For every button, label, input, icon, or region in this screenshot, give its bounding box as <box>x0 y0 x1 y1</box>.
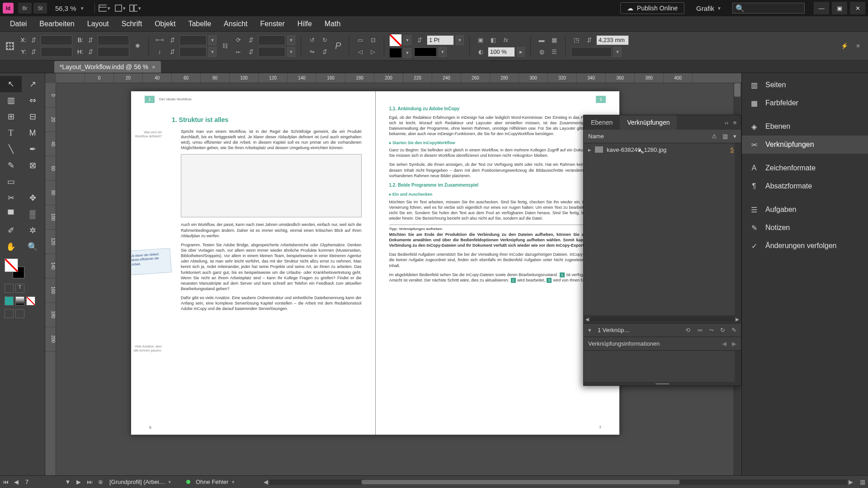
image-frame[interactable] <box>181 154 362 217</box>
chevron-down-icon[interactable]: ▾ <box>733 133 736 140</box>
panel-absatzformate[interactable]: ¶Absatzformate <box>742 177 868 195</box>
publish-online-button[interactable]: ☁Publish Online <box>620 2 684 14</box>
rectangle-frame-tool[interactable]: ⊠ <box>22 157 43 174</box>
menu-ansicht[interactable]: Ansicht <box>217 20 254 28</box>
corner-shape[interactable] <box>571 47 612 57</box>
quick-apply-icon[interactable]: ⚡ <box>839 41 850 51</box>
apply-none[interactable] <box>26 296 35 305</box>
constrain-proportions-icon[interactable]: ✱ <box>132 41 143 51</box>
auto-fit-icon[interactable]: ▣ <box>475 35 486 45</box>
prev-icon[interactable]: ◀ <box>722 340 726 347</box>
stepper-icon[interactable]: ⇵ <box>167 47 178 57</box>
panel-ebenen[interactable]: ◈Ebenen <box>742 117 868 136</box>
container-select-icon[interactable]: ▭ <box>355 35 366 45</box>
apply-gradient[interactable] <box>15 296 24 305</box>
shear-field[interactable] <box>258 47 285 57</box>
stroke-swatch[interactable] <box>390 48 401 57</box>
arrange-icon[interactable]: ▼ <box>129 3 142 14</box>
help-search[interactable]: 🔍 <box>732 3 805 14</box>
stepper-icon[interactable]: ⇵ <box>245 47 256 57</box>
stepper-icon[interactable]: ⇵ <box>28 35 39 45</box>
apply-color[interactable] <box>5 296 14 305</box>
color-theme-tool[interactable]: ✲ <box>22 222 43 239</box>
prev-object-icon[interactable]: ◁ <box>355 47 366 57</box>
x-field[interactable] <box>41 35 72 45</box>
text-formatting[interactable]: T <box>15 284 24 293</box>
stock-button[interactable]: St <box>33 3 47 14</box>
page-left[interactable]: 1Der ideale Workflow 1. Struktur ist all… <box>131 91 376 435</box>
minimize-button[interactable]: — <box>814 2 829 14</box>
gradient-feather-tool[interactable]: ▒ <box>22 206 43 222</box>
menu-hilfe[interactable]: Hilfe <box>291 20 318 28</box>
chevron-down-icon[interactable]: ▼ <box>208 35 217 45</box>
close-button[interactable]: ✕ <box>850 2 865 14</box>
stepper-icon[interactable]: ⇵ <box>167 35 178 45</box>
y-field[interactable] <box>41 47 72 57</box>
page-icon[interactable]: ▥ <box>722 133 728 140</box>
chevron-down-icon[interactable]: ▼ <box>456 35 464 45</box>
horizontal-scrollbar[interactable]: ◀▶ <box>584 315 741 323</box>
menu-fenster[interactable]: Fenster <box>254 20 291 28</box>
pen-tool[interactable]: ✒ <box>22 141 43 157</box>
warning-icon[interactable]: ⚠ <box>712 133 717 140</box>
page-spread[interactable]: 1Der ideale Workflow 1. Struktur ist all… <box>131 91 619 435</box>
horizontal-ruler[interactable]: 0204060801001201401601802002202402602803… <box>56 73 741 83</box>
next-object-icon[interactable]: ▷ <box>368 47 378 57</box>
vertical-scrollbar[interactable] <box>735 143 741 315</box>
content-placer-tool[interactable]: ⊟ <box>22 108 43 125</box>
tab-verknuepfungen[interactable]: Verknüpfungen <box>620 115 677 130</box>
collapse-icon[interactable]: ›› <box>725 119 729 126</box>
chevron-right-icon[interactable]: ▶ <box>517 47 525 57</box>
stepper-icon[interactable]: ⇵ <box>584 35 594 45</box>
wrap-none-icon[interactable]: ▬ <box>536 35 547 45</box>
panel-zeichenformate[interactable]: AZeichenformate <box>742 159 868 177</box>
container-formatting[interactable] <box>5 284 14 293</box>
panel-farbfelder[interactable]: ▦Farbfelder <box>742 94 868 112</box>
content-select-icon[interactable]: ⊡ <box>368 35 378 45</box>
menu-bearbeiten[interactable]: Bearbeiten <box>33 20 80 28</box>
stepper-icon[interactable]: ⇵ <box>85 47 96 57</box>
chevron-down-icon[interactable]: ▼ <box>439 47 447 57</box>
preflight-status[interactable]: Ohne Fehler▼ <box>183 479 259 485</box>
screen-mode-icon[interactable]: ▼ <box>114 3 127 14</box>
panel-menu-icon[interactable]: ≡ <box>733 119 736 126</box>
scale-x-field[interactable] <box>179 35 207 45</box>
scale-y-field[interactable] <box>179 47 207 57</box>
type-path-tool[interactable]: M <box>22 125 43 141</box>
menu-tabelle[interactable]: Tabelle <box>182 20 217 28</box>
rotate-cw-icon[interactable]: ↻ <box>319 35 330 45</box>
close-tab-icon[interactable]: × <box>152 64 156 70</box>
note-tool[interactable]: ✐ <box>0 222 22 239</box>
last-spread-icon[interactable]: ⏭ <box>84 479 95 485</box>
direct-selection-tool[interactable]: ↗ <box>22 76 43 92</box>
fill-swatch[interactable] <box>390 34 401 46</box>
menu-layout[interactable]: Layout <box>81 20 115 28</box>
flip-v-icon[interactable]: ⇵ <box>319 47 330 57</box>
chevron-down-icon[interactable]: ▼ <box>208 47 217 57</box>
panel-notizen[interactable]: ✎Notizen <box>742 219 868 237</box>
zoom-tool[interactable]: 🔍 <box>22 239 43 255</box>
chevron-down-icon[interactable]: ▼ <box>62 479 73 485</box>
link-info-header[interactable]: Verknüpfungsinformationen ◀▶ <box>584 337 741 350</box>
disclosure-icon[interactable]: ▾ <box>588 327 591 333</box>
horizontal-scrollbar[interactable]: ◀▶ <box>262 479 854 485</box>
wrap-bounding-icon[interactable]: ▦ <box>549 35 560 45</box>
corner-field[interactable]: 4,233 mm <box>596 35 629 45</box>
menu-schrift[interactable]: Schrift <box>115 20 148 28</box>
menu-math[interactable]: Math <box>318 20 347 28</box>
update-link-icon[interactable]: ↻ <box>720 327 725 333</box>
panel-verknuepfungen[interactable]: ⫘Verknüpfungen <box>742 136 868 154</box>
vertical-ruler[interactable]: 020406080100120140160180200 <box>45 83 56 475</box>
panel-aufgaben[interactable]: ☰Aufgaben <box>742 201 868 219</box>
links-panel[interactable]: Ebenen Verknüpfungen ››≡ Name ⚠▥▾ ▸ kave… <box>583 115 741 386</box>
bridge-button[interactable]: Br <box>18 3 32 14</box>
tab-ebenen[interactable]: Ebenen <box>584 115 620 130</box>
h-field[interactable] <box>98 47 129 57</box>
panel-menu-icon[interactable]: ≡ <box>853 41 863 51</box>
flip-h-icon[interactable]: ⇋ <box>307 47 317 57</box>
chevron-down-icon[interactable]: ▼ <box>287 47 295 57</box>
resize-grip[interactable] <box>584 382 741 385</box>
next-spread-icon[interactable]: ▶ <box>73 479 84 485</box>
workspace-switcher[interactable]: Grafik▼ <box>692 5 726 12</box>
fill-stroke-proxy[interactable] <box>5 258 24 278</box>
